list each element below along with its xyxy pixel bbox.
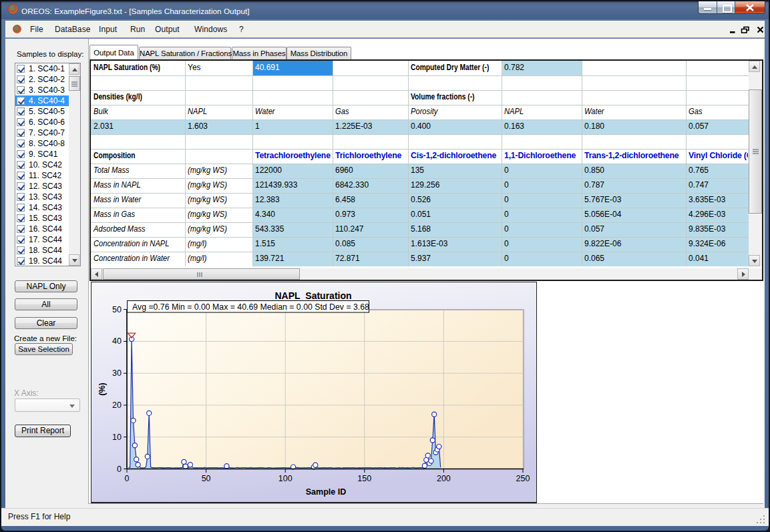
svg-text:NAPL Saturation: NAPL Saturation [274, 290, 351, 301]
svg-text:0: 0 [125, 474, 130, 483]
svg-text:30: 30 [112, 368, 122, 378]
svg-text:250: 250 [516, 474, 530, 483]
svg-text:40: 40 [112, 336, 122, 346]
svg-text:50: 50 [202, 474, 211, 483]
svg-text:20: 20 [112, 401, 122, 410]
svg-text:(%): (%) [98, 382, 107, 395]
svg-text:50: 50 [112, 305, 122, 314]
svg-text:Avg =0.76 Min = 0.00 Max = 40.: Avg =0.76 Min = 0.00 Max = 40.69 Median … [132, 302, 369, 312]
svg-text:0: 0 [117, 465, 122, 474]
svg-text:100: 100 [278, 474, 293, 483]
svg-text:Sample ID: Sample ID [306, 487, 346, 497]
svg-text:150: 150 [357, 474, 371, 483]
svg-text:200: 200 [437, 474, 451, 483]
svg-text:10: 10 [112, 433, 122, 442]
